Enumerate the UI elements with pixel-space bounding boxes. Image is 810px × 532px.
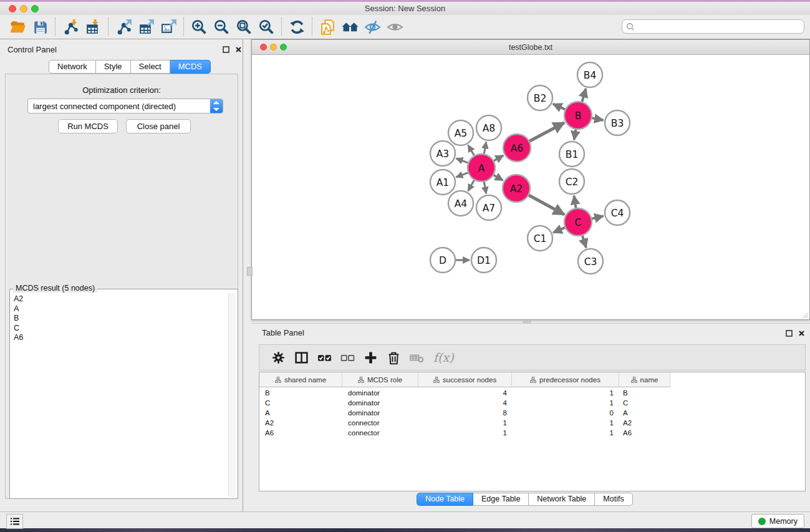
float-table-panel-icon[interactable] (786, 328, 793, 339)
graph-node-B1[interactable]: B1 (559, 142, 584, 167)
graph-node-A7[interactable]: A7 (476, 195, 501, 220)
toolbar-zoom-fit-button[interactable] (233, 17, 255, 37)
table-toolbar-select-all-checked-button[interactable] (313, 347, 336, 368)
toolbar-hide-selected-button[interactable] (361, 17, 383, 37)
toolbar-open-file-button[interactable] (6, 17, 29, 37)
edge-B-B4[interactable] (582, 89, 586, 102)
tab-network[interactable]: Network (49, 60, 96, 74)
network-window-titlebar[interactable]: testGlobe.txt (252, 40, 809, 55)
graph-node-A[interactable]: A (468, 154, 495, 181)
graph-node-D[interactable]: D (430, 248, 455, 273)
column-header-name[interactable]: name (619, 372, 670, 387)
graph-node-A8[interactable]: A8 (476, 115, 501, 140)
graph-node-A3[interactable]: A3 (430, 141, 455, 166)
result-item[interactable]: A2 (14, 294, 226, 304)
toolbar-export-network-button[interactable] (112, 17, 135, 37)
graph-node-A5[interactable]: A5 (448, 120, 473, 145)
network-close-button[interactable] (260, 44, 267, 51)
criterion-dropdown[interactable]: largest connected component (directed) (27, 99, 223, 114)
result-item[interactable]: C (14, 324, 226, 334)
toolbar-export-image-button[interactable] (157, 17, 180, 37)
tab-motifs[interactable]: Motifs (595, 493, 632, 506)
column-header-MCDS-role[interactable]: MCDS role (342, 372, 418, 387)
column-header-successor-nodes[interactable]: successor nodes (418, 372, 512, 387)
table-toolbar-deselect-all-unchecked-button[interactable] (336, 347, 359, 368)
search-input[interactable] (622, 19, 804, 34)
memory-button[interactable]: Memory (751, 514, 804, 528)
graph-node-B[interactable]: B (564, 102, 592, 129)
edge-C-C1[interactable] (553, 228, 566, 233)
edge-A-A5[interactable] (468, 145, 475, 156)
table-toolbar-delete-column-trash-button[interactable] (382, 347, 405, 368)
close-button[interactable] (9, 5, 16, 12)
graph-node-A2[interactable]: A2 (503, 175, 530, 202)
table-row[interactable]: Adominator80A (259, 408, 805, 418)
toolbar-zoom-in-button[interactable] (188, 17, 210, 37)
edge-B-B1[interactable] (574, 129, 576, 140)
network-minimize-button[interactable] (270, 44, 277, 51)
close-table-panel-icon[interactable] (798, 328, 805, 339)
close-panel-button[interactable]: Close panel (126, 119, 191, 133)
tab-select[interactable]: Select (131, 60, 170, 74)
close-panel-icon[interactable] (235, 44, 242, 56)
result-scrollbar[interactable] (228, 293, 236, 497)
table-toolbar-add-column-plus-button[interactable] (359, 347, 382, 368)
result-item[interactable]: B (14, 314, 226, 324)
edge-A-A4[interactable] (468, 180, 475, 191)
network-zoom-button[interactable] (280, 44, 287, 51)
tab-edge-table[interactable]: Edge Table (473, 493, 529, 506)
toolbar-zoom-selected-button[interactable] (255, 17, 277, 37)
edge-A-A6[interactable] (493, 155, 503, 161)
float-panel-icon[interactable] (223, 44, 229, 56)
edge-B-B3[interactable] (592, 118, 604, 120)
table-row[interactable]: Cdominator41C (259, 398, 805, 408)
graph-node-A4[interactable]: A4 (448, 191, 473, 216)
edge-A-A2[interactable] (493, 175, 503, 180)
edge-A2-C[interactable] (528, 195, 564, 215)
edge-B-B2[interactable] (553, 104, 566, 110)
graph-node-C[interactable]: C (564, 208, 592, 236)
toolbar-import-network-button[interactable] (59, 17, 82, 37)
edge-C-C4[interactable] (591, 216, 603, 219)
result-item[interactable]: A6 (14, 333, 226, 343)
graph-node-C4[interactable]: C4 (605, 200, 630, 225)
run-mcds-button[interactable]: Run MCDS (58, 119, 118, 133)
edge-A-A1[interactable] (456, 173, 469, 177)
graph-node-C1[interactable]: C1 (528, 226, 552, 251)
network-vertical-scrollbar-thumb[interactable] (247, 267, 253, 276)
graph-node-D1[interactable]: D1 (471, 248, 496, 273)
network-list-button[interactable] (6, 514, 23, 529)
tab-node-table[interactable]: Node Table (417, 493, 473, 506)
toolbar-save-session-button[interactable] (29, 17, 51, 37)
graph-node-C3[interactable]: C3 (578, 249, 603, 274)
graph-node-C2[interactable]: C2 (559, 169, 584, 194)
toolbar-import-table-button[interactable] (82, 17, 104, 37)
tab-network-table[interactable]: Network Table (529, 493, 595, 506)
toolbar-refresh-layout-button[interactable] (286, 17, 308, 37)
table-toolbar-split-panel-button[interactable] (290, 347, 313, 368)
edge-A6-B[interactable] (529, 123, 564, 142)
table-row[interactable]: A6connector11A6 (259, 428, 805, 438)
column-header-predecessor-nodes[interactable]: predecessor nodes (512, 372, 619, 387)
toolbar-zoom-out-button[interactable] (210, 17, 233, 37)
toolbar-export-table-button[interactable] (135, 17, 157, 37)
search-field[interactable] (635, 22, 804, 31)
window-resize-grip[interactable] (801, 311, 809, 319)
edge-A-A8[interactable] (484, 142, 486, 155)
graph-node-A1[interactable]: A1 (430, 170, 455, 195)
tab-mcds[interactable]: MCDS (170, 60, 211, 74)
graph-node-B2[interactable]: B2 (528, 85, 552, 110)
graph-node-A6[interactable]: A6 (503, 134, 531, 162)
minimize-button[interactable] (20, 5, 27, 12)
column-header-shared-name[interactable]: shared name (259, 372, 342, 387)
edge-A-A7[interactable] (484, 181, 486, 194)
zoom-window-button[interactable] (31, 5, 39, 12)
graph-node-B3[interactable]: B3 (605, 110, 630, 135)
result-item[interactable]: A (14, 304, 226, 314)
graph-node-B4[interactable]: B4 (577, 62, 602, 87)
edge-C-C2[interactable] (574, 196, 576, 209)
function-builder-button[interactable]: f(x) (433, 351, 454, 364)
toolbar-first-neighbors-button[interactable] (339, 17, 361, 37)
tab-style[interactable]: Style (96, 60, 131, 74)
edge-A-A3[interactable] (456, 158, 469, 163)
